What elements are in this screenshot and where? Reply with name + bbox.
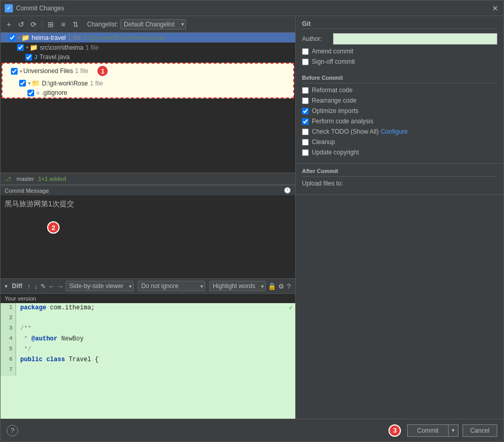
root-checkbox[interactable] [9,34,16,41]
copyright-checkbox[interactable] [302,149,309,156]
rearrange-label: Rearrange code [312,97,356,104]
src-folder[interactable]: ▾ 📁 src\com\itheima 1 file [1,42,295,52]
line-num-4: 4 [1,334,16,345]
commit-button[interactable]: Commit [407,424,448,437]
java-icon: J [34,54,37,60]
expand-arrow: ▾ [18,35,20,40]
travel-checkbox[interactable] [25,54,32,61]
src-checkbox[interactable] [17,44,24,51]
highlight-select[interactable]: Highlight words Highlight lines [209,281,266,291]
amend-checkbox[interactable] [302,48,309,55]
after-commit-section: After Commit Upload files to: [296,164,503,195]
gitignore-checkbox[interactable] [27,90,34,96]
tree-root[interactable]: ▾ 📁 heima-travel 1 file D:\git-work\Rose… [1,33,295,42]
diff-down-btn[interactable]: ↓ [33,281,38,291]
diff-back-btn[interactable]: ← [48,281,55,291]
help-diff-btn[interactable]: ? [286,281,291,291]
changelist-select[interactable]: Default Changelist [120,19,186,30]
dgit-checkbox[interactable] [19,80,26,87]
commit-message-section: Commit Message 🕐 黑马旅游网第1次提交 2 [1,185,295,278]
ignore-select-wrap[interactable]: Do not ignore Ignore whitespaces [138,281,205,291]
toolbar: + ↺ ⟳ ⊞ ≡ ⇅ Changelist: Default Changeli… [1,16,295,33]
diff-label: Diff [12,282,22,290]
configure-link[interactable]: Configure [381,128,408,135]
rearrange-checkbox[interactable] [302,97,309,104]
signoff-label: Sign-off commit [312,58,355,65]
window-title: Commit Changes [16,5,64,12]
diff-edit-btn[interactable]: ✎ [40,281,46,291]
root-label: heima-travel [32,34,66,41]
viewer-select-wrap[interactable]: Side-by-side viewer Unified viewer [66,281,134,291]
todo-checkbox[interactable] [302,129,309,135]
unversioned-header[interactable]: ▾ Unversioned Files 1 file 1 [3,64,293,78]
signoff-checkbox[interactable] [302,59,309,65]
left-panel: + ↺ ⟳ ⊞ ≡ ⇅ Changelist: Default Changeli… [1,16,296,419]
cleanup-row: Cleanup [302,138,497,146]
highlight-select-wrap[interactable]: Highlight words Highlight lines [209,281,266,291]
line-num-2: 2 [1,313,16,324]
changelist-label: Changelist: [87,21,118,28]
diff-fwd-btn[interactable]: → [57,281,64,291]
code-line-1: 1 package com.itheima; ✓ [1,303,295,313]
ignore-select[interactable]: Do not ignore Ignore whitespaces [138,281,205,291]
cancel-button[interactable]: Cancel [463,424,497,437]
root-badge: 1 file [68,34,81,41]
line-content-5: */ [16,345,36,355]
collapse-button[interactable]: ≡ [58,19,68,30]
line-content-2 [16,313,28,324]
action-buttons: 3 Commit ▾ Cancel [388,424,497,437]
code-line-4: 4 * @author NewBoy [1,334,295,345]
amend-row: Amend commit [302,48,497,55]
diff-up-btn[interactable]: ↑ [26,281,31,291]
clock-icon: 🕐 [284,187,291,194]
code-line-7: 7 [1,365,295,376]
refresh-button[interactable]: ⟳ [28,19,39,30]
src-label: src\com\itheima [40,44,83,51]
right-panel: Git Author: Amend commit Sign-off commit… [296,16,503,419]
code-line-2: 2 [1,313,295,324]
author-label: Author: [302,35,333,42]
optimize-checkbox[interactable] [302,108,309,115]
optimize-label: Optimize imports [312,107,358,115]
src-badge: 1 file [85,44,98,51]
author-input[interactable] [333,33,497,45]
added-badge: 1+1 added [38,176,66,182]
viewer-select[interactable]: Side-by-side viewer Unified viewer [66,281,134,291]
root-path: D:\git-work\Rose\heima-travel [83,34,165,41]
expand-button[interactable]: ⊞ [46,19,56,30]
travel-java-item[interactable]: J Travel.java [1,52,295,62]
add-button[interactable]: + [4,19,14,30]
dgit-folder-icon: 📁 [32,79,40,87]
commit-message-input[interactable]: 黑马旅游网第1次提交 [1,195,295,278]
cleanup-label: Cleanup [312,138,335,146]
settings-btn[interactable]: ⚙ [278,281,284,291]
close-button[interactable]: ✕ [491,4,499,12]
reformat-row: Reformat code [302,87,497,94]
line-content-6: public class Travel { [16,355,103,365]
unversioned-badge: 1 file [75,67,88,75]
line-num-1: 1 [1,303,16,313]
app-icon: ✓ [5,4,13,12]
line-content-1: package com.itheima; [16,303,99,313]
gitignore-item[interactable]: ≡ .gitignore [3,88,293,97]
reformat-checkbox[interactable] [302,87,309,94]
changelist-select-wrap[interactable]: Default Changelist [120,19,186,30]
signoff-row: Sign-off commit [302,58,497,65]
diff-collapse-icon[interactable]: ▾ [5,283,8,290]
line-num-5: 5 [1,345,16,355]
help-button[interactable]: ? [7,425,18,436]
undo-button[interactable]: ↺ [16,19,26,30]
unversioned-checkbox[interactable] [11,68,18,75]
unversioned-label: Unversioned Files [23,67,73,75]
cleanup-checkbox[interactable] [302,139,309,146]
dgit-folder[interactable]: ▾ 📁 D:\git-work\Rose 1 file [3,78,293,88]
perform-checkbox[interactable] [302,118,309,125]
diff-content: Your version 1 package com.itheima; ✓ 2 [1,294,295,419]
diff-header: ▾ Diff ↑ ↓ ✎ ← → Side-by-side viewer Uni… [1,279,295,294]
line-num-7: 7 [1,365,16,376]
commit-dropdown[interactable]: ▾ [448,424,458,437]
checkmark-icon: ✓ [289,303,295,313]
lock-btn[interactable]: 🔒 [268,281,276,291]
diff-section: ▾ Diff ↑ ↓ ✎ ← → Side-by-side viewer Uni… [1,278,295,419]
sort-button[interactable]: ⇅ [70,19,81,30]
